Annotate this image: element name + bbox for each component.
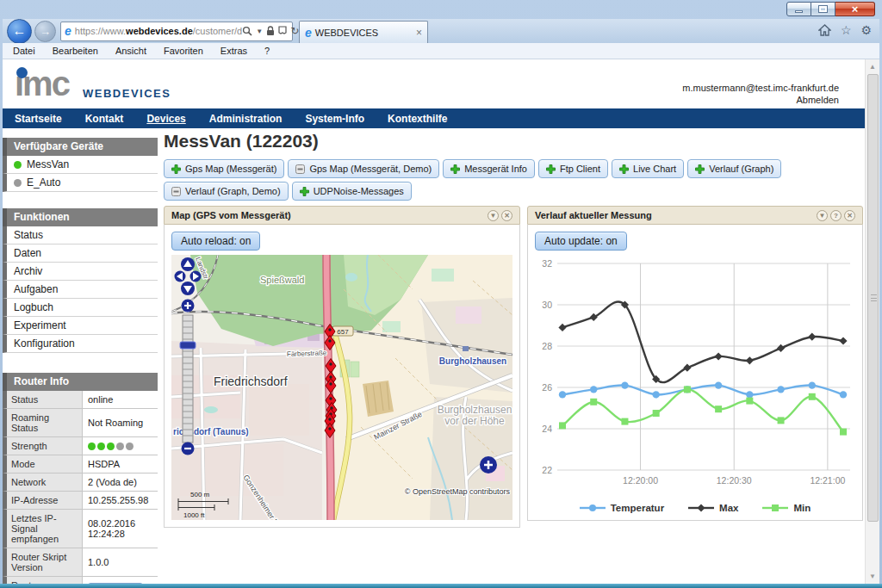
- router-row-last-signal: Letztes IP-Signal empfangen08.02.2016 12…: [3, 510, 158, 548]
- maximize-button[interactable]: [811, 2, 835, 16]
- verlauf-graph-demo-button[interactable]: Verlauf (Graph, Demo): [164, 182, 289, 201]
- sidebar: Verfügbare Geräte MessVan E_Auto Funktio…: [3, 138, 158, 584]
- router-row-script-version: Router Skript Version1.0.0: [3, 548, 158, 577]
- collapse-panel-icon[interactable]: ▼: [817, 210, 828, 221]
- router-info-header: Router Info: [3, 373, 158, 391]
- menu-favoriten[interactable]: Favoriten: [164, 46, 203, 56]
- sidebar-item-logbuch[interactable]: Logbuch: [3, 299, 158, 317]
- messgeraet-info-button[interactable]: Messgerät Info: [443, 159, 535, 178]
- tab-title: WEBDEVICES: [315, 28, 378, 38]
- live-chart-button[interactable]: Live Chart: [612, 159, 684, 178]
- router-row-standort: Router-StandortAnzeigen: [3, 577, 158, 584]
- functions-section-header: Funktionen: [3, 208, 158, 226]
- tab-close-icon[interactable]: ×: [416, 27, 422, 39]
- svg-text:28: 28: [542, 341, 552, 351]
- scroll-up-icon[interactable]: ▲: [866, 59, 879, 74]
- favorites-star-icon[interactable]: ☆: [841, 24, 852, 36]
- chart-panel-title: Verlauf aktueller Messung: [535, 210, 652, 220]
- osm-map[interactable]: 657 Spießwald Friedrichsdorf Färberstraß…: [171, 255, 512, 520]
- legend-item: Max: [688, 503, 738, 513]
- menu-bearbeiten[interactable]: Bearbeiten: [53, 46, 98, 56]
- menu-extras[interactable]: Extras: [220, 46, 247, 56]
- router-row-strength: Strength: [3, 437, 158, 455]
- address-bar[interactable]: e https://www.webdevices.de/customer/d ▼…: [60, 22, 293, 41]
- collapse-panel-icon[interactable]: ▼: [488, 210, 499, 221]
- map-label-city: Friedrichsdorf: [214, 374, 288, 388]
- map-panel-title: Map (GPS vom Messgerät): [171, 210, 291, 220]
- map-label-forest: Spießwald: [260, 275, 304, 285]
- browser-toolbar: ← → e https://www.webdevices.de/customer…: [3, 19, 879, 43]
- layer-switcher-button[interactable]: [480, 456, 497, 473]
- menu-bar: Datei Bearbeiten Ansicht Favoriten Extra…: [3, 43, 879, 59]
- back-button[interactable]: ←: [7, 19, 32, 44]
- settings-gear-icon[interactable]: ⚙: [860, 24, 872, 36]
- svg-text:12:21:00: 12:21:00: [810, 475, 845, 486]
- scrollbar-thumb[interactable]: [867, 74, 879, 522]
- logout-link[interactable]: Abmelden: [682, 94, 839, 106]
- nav-kontexthilfe[interactable]: Kontexthilfe: [388, 113, 447, 125]
- plus-icon: [695, 164, 705, 174]
- auto-reload-button[interactable]: Auto reload: on: [171, 232, 260, 251]
- url-domain: webdevices.de: [126, 26, 193, 36]
- menu-datei[interactable]: Datei: [13, 46, 35, 56]
- sidebar-item-messvan[interactable]: MessVan: [3, 156, 158, 174]
- osm-attribution: © OpenStreetMap contributors: [405, 487, 511, 496]
- minus-icon: [295, 164, 305, 174]
- scale-feet-label: 1000 ft: [183, 511, 205, 519]
- plus-icon: [450, 164, 460, 174]
- svg-text:30: 30: [542, 300, 552, 310]
- help-panel-icon[interactable]: ?: [830, 210, 842, 221]
- address-dropdown-icon[interactable]: ▼: [256, 28, 263, 35]
- forward-button[interactable]: →: [34, 21, 56, 42]
- minimize-button[interactable]: [786, 2, 811, 16]
- home-icon[interactable]: [818, 24, 831, 36]
- url-scheme: https://www.: [75, 26, 126, 36]
- map-zoom-control[interactable]: [180, 300, 196, 455]
- map-panel: Map (GPS vom Messgerät) ▼ ✕ Auto reload:…: [164, 206, 520, 528]
- device-status-dot-green: [14, 161, 22, 169]
- lock-icon: [266, 26, 275, 36]
- sidebar-item-konfiguration[interactable]: Konfiguration: [3, 335, 158, 353]
- nav-devices[interactable]: Devices: [146, 113, 185, 125]
- legend-item: Min: [762, 503, 811, 513]
- vertical-scrollbar[interactable]: ▲ ▼: [865, 59, 879, 584]
- sidebar-item-archiv[interactable]: Archiv: [3, 263, 158, 281]
- verlauf-graph-button[interactable]: Verlauf (Graph): [687, 159, 781, 178]
- user-email: m.mustermann@test.imc-frankfurt.de: [682, 82, 839, 94]
- close-window-button[interactable]: ×: [835, 2, 875, 16]
- gps-map-messgeraet-button[interactable]: Gps Map (Messgerät): [164, 159, 284, 178]
- sidebar-item-daten[interactable]: Daten: [3, 244, 158, 263]
- refresh-icon[interactable]: ↻: [290, 26, 299, 36]
- search-icon[interactable]: [242, 26, 252, 36]
- svg-text:26: 26: [542, 382, 552, 393]
- udpnoise-messages-button[interactable]: UDPNoise-Messages: [292, 182, 412, 201]
- menu-ansicht[interactable]: Ansicht: [115, 46, 146, 56]
- imc-logo-dot: [16, 67, 28, 78]
- devices-section-header: Verfügbare Geräte: [3, 138, 158, 156]
- tab-favicon: e: [305, 26, 312, 40]
- sidebar-item-status[interactable]: Status: [3, 226, 158, 244]
- close-panel-icon[interactable]: ✕: [844, 210, 855, 221]
- nav-administration[interactable]: Administration: [209, 113, 283, 125]
- close-panel-icon[interactable]: ✕: [501, 210, 512, 221]
- minus-icon: [171, 187, 181, 196]
- sidebar-item-aufgaben[interactable]: Aufgaben: [3, 281, 158, 299]
- road-shield-label: 657: [337, 328, 349, 336]
- nav-system-info[interactable]: System-Info: [305, 113, 364, 125]
- svg-text:22: 22: [542, 465, 552, 475]
- router-row-status: Statusonline: [3, 391, 158, 409]
- ftp-client-button[interactable]: Ftp Client: [538, 159, 608, 178]
- nav-startseite[interactable]: Startseite: [15, 113, 62, 125]
- svg-text:32: 32: [542, 258, 552, 269]
- compatibility-view-icon[interactable]: [278, 26, 287, 36]
- menu-help[interactable]: ?: [264, 46, 270, 56]
- gps-map-demo-button[interactable]: Gps Map (Messgerät, Demo): [288, 159, 439, 178]
- scroll-down-icon[interactable]: ▼: [866, 569, 879, 584]
- sidebar-item-e-auto[interactable]: E_Auto: [3, 174, 158, 192]
- plus-icon: [546, 164, 556, 174]
- plus-icon: [171, 164, 181, 174]
- auto-update-button[interactable]: Auto update: on: [535, 232, 627, 251]
- sidebar-item-experiment[interactable]: Experiment: [3, 317, 158, 335]
- nav-kontakt[interactable]: Kontakt: [85, 113, 124, 125]
- browser-tab[interactable]: e WEBDEVICES ×: [299, 21, 428, 43]
